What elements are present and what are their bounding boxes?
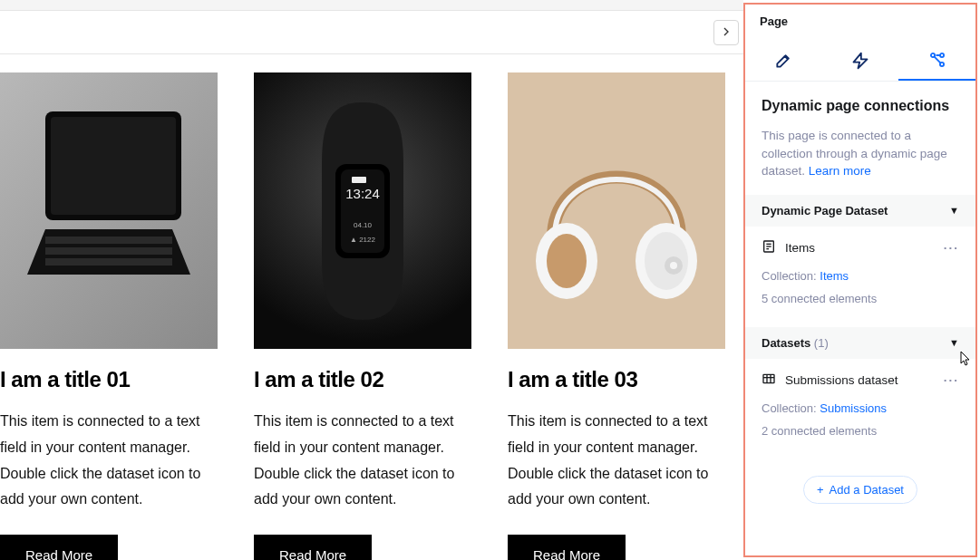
card-title: I am a title 02 <box>254 367 471 392</box>
card-title: I am a title 03 <box>508 367 725 392</box>
dataset-collection: Collection: Submissions <box>762 401 959 415</box>
dataset-name: Submissions dataset <box>785 373 898 387</box>
dataset-name: Items <box>785 241 815 255</box>
panel-title: Page <box>745 5 975 34</box>
svg-rect-5 <box>45 258 172 266</box>
connected-elements-count: 2 connected elements <box>762 424 959 438</box>
datasets-block: Submissions dataset ··· Collection: Subm… <box>745 359 975 459</box>
svg-text:▲ 2122: ▲ 2122 <box>350 236 375 244</box>
second-toolbar <box>0 11 743 54</box>
dataset-collection: Collection: Items <box>762 269 959 283</box>
svg-point-13 <box>547 234 587 288</box>
card-item: I am a title 01 This item is connected t… <box>0 72 218 560</box>
group-datasets-header[interactable]: Datasets (1) ▼ <box>745 327 975 359</box>
dataset-more-button[interactable]: ··· <box>944 373 959 387</box>
add-dataset-button[interactable]: + Add a Dataset <box>803 476 917 504</box>
tab-design[interactable] <box>745 44 822 81</box>
read-more-button[interactable]: Read More <box>254 535 372 560</box>
headphones-illustration <box>517 84 716 338</box>
card-description: This item is connected to a text field i… <box>0 409 218 513</box>
dataset-page-icon <box>762 239 776 256</box>
caret-down-icon: ▼ <box>949 205 959 216</box>
connected-elements-count: 5 connected elements <box>762 292 959 305</box>
card-description: This item is connected to a text field i… <box>508 409 725 513</box>
plus-icon: + <box>817 483 824 497</box>
svg-text:13:24: 13:24 <box>345 186 380 201</box>
svg-rect-26 <box>763 374 774 382</box>
read-more-button[interactable]: Read More <box>508 535 626 560</box>
dataset-table-icon <box>762 372 776 389</box>
bolt-icon <box>851 52 869 73</box>
card-image <box>508 72 725 349</box>
caret-down-icon: ▼ <box>949 337 959 348</box>
dynamic-dataset-block: Items ··· Collection: Items 5 connected … <box>745 227 975 327</box>
cards-canvas: I am a title 01 This item is connected t… <box>0 72 743 560</box>
panel-tabs <box>745 44 975 82</box>
dataset-row[interactable]: Submissions dataset ··· <box>762 372 959 389</box>
tab-interactions[interactable] <box>822 44 899 81</box>
group-title: Dynamic Page Dataset <box>762 204 888 217</box>
card-title: I am a title 01 <box>0 367 218 392</box>
dataset-row[interactable]: Items ··· <box>762 239 959 256</box>
tablet-keyboard-illustration <box>18 93 199 329</box>
read-more-button[interactable]: Read More <box>0 535 118 560</box>
smartwatch-illustration: 13:24 04.10 ▲ 2122 <box>272 93 453 329</box>
card-description: This item is connected to a text field i… <box>254 409 471 513</box>
svg-rect-3 <box>45 237 172 244</box>
collection-label: Collection: <box>762 401 817 415</box>
card-image <box>0 72 218 349</box>
group-title: Datasets <box>762 336 810 350</box>
card-item: 13:24 04.10 ▲ 2122 I am a title 02 This … <box>254 72 471 560</box>
card-image: 13:24 04.10 ▲ 2122 <box>254 72 471 349</box>
brush-icon <box>774 52 792 73</box>
collection-link[interactable]: Items <box>820 269 849 283</box>
group-dynamic-dataset-header[interactable]: Dynamic Page Dataset ▼ <box>745 195 975 227</box>
svg-text:04.10: 04.10 <box>354 221 373 229</box>
group-count: (1) <box>814 336 829 350</box>
panel-intro-section: Dynamic page connections This page is co… <box>745 82 975 195</box>
top-toolbar <box>0 0 743 11</box>
tab-connections[interactable] <box>898 44 975 81</box>
panel-intro-text: This page is connected to a collection t… <box>762 127 959 180</box>
carousel-next-button[interactable] <box>713 20 739 45</box>
svg-rect-4 <box>45 247 172 255</box>
learn-more-link[interactable]: Learn more <box>809 164 871 178</box>
svg-rect-11 <box>352 177 366 183</box>
dataset-more-button[interactable]: ··· <box>944 241 959 255</box>
collection-link[interactable]: Submissions <box>820 401 887 415</box>
add-dataset-label: Add a Dataset <box>830 483 904 497</box>
add-dataset-row: + Add a Dataset <box>745 459 975 520</box>
connections-icon <box>928 51 946 72</box>
card-item: I am a title 03 This item is connected t… <box>508 72 725 560</box>
inspector-panel: Page Dynamic page connections This page … <box>743 3 977 557</box>
panel-heading: Dynamic page connections <box>762 98 959 114</box>
svg-rect-1 <box>51 117 176 215</box>
chevron-right-icon <box>719 24 733 42</box>
svg-marker-18 <box>854 53 868 69</box>
svg-point-17 <box>670 262 677 269</box>
collection-label: Collection: <box>762 269 817 283</box>
